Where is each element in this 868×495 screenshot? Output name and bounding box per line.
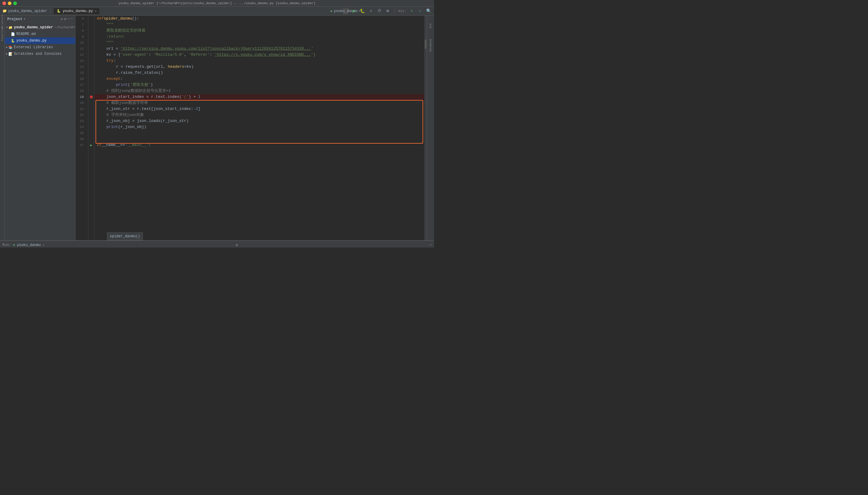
scv-panel-btn[interactable]: SCV [428,17,434,35]
run-config-icon: ▶ [331,9,333,13]
tree-item-ext-libs[interactable]: ▶ 📚 External Libraries [5,44,75,51]
file-tab-label: youku_danmu.py [63,9,93,13]
concurrency-button[interactable]: ⊞ [385,8,391,14]
triple-quote-7: """ [107,22,113,27]
gutter-20 [88,100,94,106]
right-panel-strip: SCV Database [427,16,434,240]
linenum-17: 17 [76,82,86,88]
gutter-13 [88,58,94,64]
project-name-text: youku_danmu_spider [8,9,47,13]
gutter-23 [88,118,94,124]
file-tab-close[interactable]: ✕ [95,9,96,13]
scrollbar-thumb [425,40,426,49]
favorites-panel-btn[interactable]: Favorites [0,28,5,40]
sidebar: Project ▼ ⇄ ⚙ ↔ — ▼ 📁 youku_danmu_spider… [5,16,76,240]
code-line-13: try: [94,58,424,64]
gutter-17 [88,82,94,88]
function-hint: spider_danmu() [107,233,143,240]
sidebar-expand-icon[interactable]: ↔ [67,17,70,21]
eq-eq: == [120,142,125,148]
code-line-9: :return: [94,34,424,40]
gutter-14 [88,64,94,70]
tree-item-project-root[interactable]: ▼ 📁 youku_danmu_spider ~/PycharmProjects… [5,24,75,31]
sidebar-settings-icon[interactable]: ⚙ [64,17,66,21]
code-20: # 截取json数据字符串 [97,100,148,106]
print-17-str: '爬取失败' [130,83,151,87]
json-start-var: json_start_index = r.text.index( [107,95,182,99]
project-root-path: ~/PycharmProjects/youku_... [54,25,75,29]
code-content[interactable]: def spider_danmu(): """ 爬取某酷指定页的弹幕 :retu… [94,16,424,240]
kv-key1: 'user-agent' [120,52,149,57]
code-14: r = requests.get(url, headers=kv) [97,64,194,70]
debug-button[interactable]: 🐛 [360,8,365,14]
docstring-content-8: 爬取某酷指定页的弹幕 [97,28,146,34]
linenum-10: 10 [76,40,86,46]
tree-item-scratches[interactable]: ▶ 📝 Scratches and Consoles [5,51,75,57]
search-button[interactable]: 🔍 [426,8,431,14]
code-17: print('爬取失败') [97,82,153,88]
code-line-11: url = 'https://service.danmu.youku.com/l… [94,46,424,52]
git-update-icon[interactable]: ✎ [409,8,415,14]
code-line-26 [94,136,424,142]
code-11: url = 'https://service.danmu.youku.com/l… [97,46,313,52]
linenum-9: 9 [76,34,86,40]
gutter-6 [88,16,94,22]
code-line-24: print(r_json_obj) [94,124,424,130]
sidebar-header: Project ▼ ⇄ ⚙ ↔ — [5,16,75,23]
editor-scrollbar[interactable] [424,16,427,240]
run-settings-icon[interactable]: ⚙ [236,243,238,248]
print-17-paren: ( [128,83,130,87]
maximize-button[interactable] [13,1,17,5]
code-23: r_json_obj = json.loads(r_json_str) [97,118,189,124]
file-tab-youku[interactable]: 🐍 youku_danmu.py ✕ [54,8,100,14]
run-tab-close[interactable]: ✕ [43,243,44,247]
main-layout: Structure Favorites Project ▼ ⇄ ⚙ ↔ — ▼ … [0,16,434,240]
code-16: except: [97,76,123,82]
code-editor[interactable]: 6 7 8 9 10 11 12 13 14 15 16 17 18 19 20… [76,16,427,240]
titlebar: youku_danmu_spider [~/PycharmProjects/yo… [0,0,434,6]
run-button[interactable]: ▶ [351,8,357,14]
minimize-button[interactable] [8,1,12,5]
run-dot-icon: ● [13,243,15,247]
sidebar-sync-icon[interactable]: ⇄ [61,17,63,21]
project-root-label: youku_danmu_spider [14,25,53,30]
gutter-19-bp[interactable] [88,94,94,100]
file-tree: ▼ 📁 youku_danmu_spider ~/PycharmProjects… [5,23,75,240]
git-checkmark-icon[interactable]: ✓ [417,8,423,14]
tree-item-youku-danmu[interactable]: 🐍 youku_danmu.py [5,37,75,44]
linenum-19: 19 [76,94,86,100]
tree-item-readme[interactable]: 📄 README.md [5,31,75,37]
linenum-23: 23 [76,118,86,124]
fn-spider-danmu: spider_danmu [104,16,132,22]
gutter-27-arrow: ▶ [88,142,94,148]
expand-arrow-root: ▼ [6,26,8,29]
md-file-icon: 📄 [11,32,15,36]
coverage-button[interactable]: ⚡ [368,8,374,14]
database-panel-btn[interactable]: Database [428,36,434,54]
toolbar-separator [50,8,51,14]
run-config-selector[interactable]: ▶ youku_danmu ▼ [343,8,349,15]
docstring-text-8: 爬取某酷指定页的弹幕 [107,28,146,33]
cmt-20: # 截取json数据字符串 [107,101,148,105]
function-hint-text: spider_danmu() [110,234,140,238]
main-toolbar: 📁 youku_danmu_spider 🐍 youku_danmu.py ✕ … [0,6,434,16]
close-button[interactable] [2,1,6,5]
code-line-22: # 字符串转json对象 [94,112,424,118]
gutter-15 [88,70,94,76]
code-line-12: kv = {'user-agent': 'Mozilla/5.0', 'Refe… [94,52,424,58]
profile-button[interactable]: ⏱ [376,8,382,14]
url-string: 'https://service.danmu.youku.com/list?js… [120,46,311,51]
structure-panel-btn[interactable]: Structure [0,16,5,28]
kw-def: def [97,16,104,22]
fn-print-24: print [107,125,118,129]
kv-val2: 'https://v.youku.com/v_show/id_XNDIOND..… [215,52,311,57]
expand-arrow-scratch: ▶ [6,52,8,56]
code-line-19: json_start_index = r.text.index('(') + 1 [94,94,424,100]
sidebar-minimize-icon[interactable]: — [71,17,73,21]
except-colon: : [120,76,123,81]
gutter-16 [88,76,94,82]
linenum-27: 27 [76,142,86,148]
print-17-close: ) [150,83,153,87]
gutter-24 [88,124,94,130]
run-minimize-icon[interactable]: — [429,243,431,247]
